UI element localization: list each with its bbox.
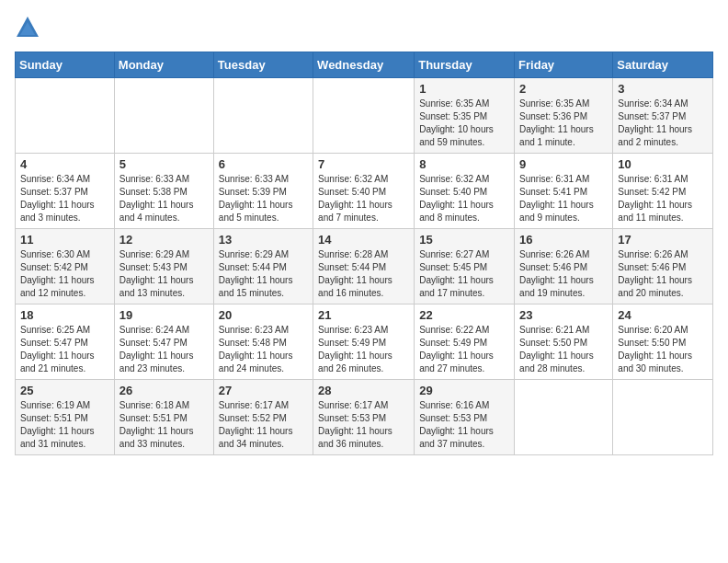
cell-info: Sunrise: 6:23 AMSunset: 5:49 PMDaylight:…: [318, 324, 409, 375]
day-number: 13: [219, 233, 308, 247]
calendar-cell: 16Sunrise: 6:26 AMSunset: 5:46 PMDayligh…: [515, 229, 613, 304]
cell-info: Sunrise: 6:33 AMSunset: 5:39 PMDaylight:…: [219, 173, 308, 224]
calendar-cell: 11Sunrise: 6:30 AMSunset: 5:42 PMDayligh…: [16, 229, 115, 304]
calendar-cell: 9Sunrise: 6:31 AMSunset: 5:41 PMDaylight…: [515, 154, 613, 229]
cell-info: Sunrise: 6:22 AMSunset: 5:49 PMDaylight:…: [419, 324, 509, 375]
cell-info: Sunrise: 6:35 AMSunset: 5:35 PMDaylight:…: [419, 98, 509, 149]
day-number: 10: [618, 157, 708, 171]
cell-info: Sunrise: 6:33 AMSunset: 5:38 PMDaylight:…: [119, 173, 209, 224]
calendar-cell: 7Sunrise: 6:32 AMSunset: 5:40 PMDaylight…: [313, 154, 415, 229]
calendar-cell: 13Sunrise: 6:29 AMSunset: 5:44 PMDayligh…: [213, 229, 313, 304]
cell-info: Sunrise: 6:24 AMSunset: 5:47 PMDaylight:…: [119, 324, 209, 375]
calendar-cell: 22Sunrise: 6:22 AMSunset: 5:49 PMDayligh…: [415, 304, 515, 380]
calendar-cell: [213, 78, 313, 154]
cell-info: Sunrise: 6:29 AMSunset: 5:44 PMDaylight:…: [219, 248, 308, 300]
calendar-table: SundayMondayTuesdayWednesdayThursdayFrid…: [15, 52, 713, 455]
column-header-thursday: Thursday: [415, 52, 515, 78]
page-header: [15, 15, 713, 40]
day-number: 4: [20, 157, 109, 171]
day-number: 1: [419, 82, 509, 96]
cell-info: Sunrise: 6:32 AMSunset: 5:40 PMDaylight:…: [318, 173, 409, 224]
calendar-cell: 24Sunrise: 6:20 AMSunset: 5:50 PMDayligh…: [613, 304, 713, 380]
cell-info: Sunrise: 6:35 AMSunset: 5:36 PMDaylight:…: [519, 98, 608, 149]
cell-info: Sunrise: 6:27 AMSunset: 5:45 PMDaylight:…: [419, 248, 509, 300]
logo: [15, 15, 44, 40]
column-header-friday: Friday: [515, 52, 613, 78]
cell-info: Sunrise: 6:30 AMSunset: 5:42 PMDaylight:…: [20, 248, 109, 300]
calendar-cell: [515, 380, 613, 455]
day-number: 26: [119, 384, 209, 397]
column-header-monday: Monday: [114, 52, 213, 78]
day-number: 21: [318, 308, 409, 322]
day-number: 20: [219, 308, 308, 322]
cell-info: Sunrise: 6:31 AMSunset: 5:42 PMDaylight:…: [618, 173, 708, 224]
calendar-cell: 25Sunrise: 6:19 AMSunset: 5:51 PMDayligh…: [16, 380, 115, 455]
cell-info: Sunrise: 6:17 AMSunset: 5:53 PMDaylight:…: [318, 399, 409, 451]
cell-info: Sunrise: 6:25 AMSunset: 5:47 PMDaylight:…: [20, 324, 109, 375]
day-number: 5: [119, 157, 209, 171]
calendar-cell: [313, 78, 415, 154]
day-number: 8: [419, 157, 509, 171]
day-number: 11: [20, 233, 109, 247]
column-header-saturday: Saturday: [613, 52, 713, 78]
calendar-cell: 27Sunrise: 6:17 AMSunset: 5:52 PMDayligh…: [213, 380, 313, 455]
cell-info: Sunrise: 6:23 AMSunset: 5:48 PMDaylight:…: [219, 324, 308, 375]
cell-info: Sunrise: 6:16 AMSunset: 5:53 PMDaylight:…: [419, 399, 509, 451]
calendar-cell: 20Sunrise: 6:23 AMSunset: 5:48 PMDayligh…: [213, 304, 313, 380]
day-number: 18: [20, 308, 109, 322]
cell-info: Sunrise: 6:28 AMSunset: 5:44 PMDaylight:…: [318, 248, 409, 300]
calendar-cell: 3Sunrise: 6:34 AMSunset: 5:37 PMDaylight…: [613, 78, 713, 154]
calendar-cell: 29Sunrise: 6:16 AMSunset: 5:53 PMDayligh…: [415, 380, 515, 455]
day-number: 25: [20, 384, 109, 397]
calendar-cell: 14Sunrise: 6:28 AMSunset: 5:44 PMDayligh…: [313, 229, 415, 304]
day-number: 28: [318, 384, 409, 397]
cell-info: Sunrise: 6:26 AMSunset: 5:46 PMDaylight:…: [519, 248, 608, 300]
calendar-cell: 18Sunrise: 6:25 AMSunset: 5:47 PMDayligh…: [16, 304, 115, 380]
cell-info: Sunrise: 6:17 AMSunset: 5:52 PMDaylight:…: [219, 399, 308, 451]
cell-info: Sunrise: 6:18 AMSunset: 5:51 PMDaylight:…: [119, 399, 209, 451]
calendar-cell: 8Sunrise: 6:32 AMSunset: 5:40 PMDaylight…: [415, 154, 515, 229]
calendar-cell: [114, 78, 213, 154]
cell-info: Sunrise: 6:19 AMSunset: 5:51 PMDaylight:…: [20, 399, 109, 451]
cell-info: Sunrise: 6:31 AMSunset: 5:41 PMDaylight:…: [519, 173, 608, 224]
calendar-cell: 5Sunrise: 6:33 AMSunset: 5:38 PMDaylight…: [114, 154, 213, 229]
calendar-cell: 4Sunrise: 6:34 AMSunset: 5:37 PMDaylight…: [16, 154, 115, 229]
cell-info: Sunrise: 6:20 AMSunset: 5:50 PMDaylight:…: [618, 324, 708, 375]
day-number: 27: [219, 384, 308, 397]
calendar-cell: 12Sunrise: 6:29 AMSunset: 5:43 PMDayligh…: [114, 229, 213, 304]
calendar-cell: [16, 78, 115, 154]
cell-info: Sunrise: 6:32 AMSunset: 5:40 PMDaylight:…: [419, 173, 509, 224]
day-number: 16: [519, 233, 608, 247]
day-number: 2: [519, 82, 608, 96]
day-number: 19: [119, 308, 209, 322]
calendar-cell: 10Sunrise: 6:31 AMSunset: 5:42 PMDayligh…: [613, 154, 713, 229]
cell-info: Sunrise: 6:29 AMSunset: 5:43 PMDaylight:…: [119, 248, 209, 300]
column-header-tuesday: Tuesday: [213, 52, 313, 78]
calendar-cell: 19Sunrise: 6:24 AMSunset: 5:47 PMDayligh…: [114, 304, 213, 380]
calendar-cell: 2Sunrise: 6:35 AMSunset: 5:36 PMDaylight…: [515, 78, 613, 154]
day-number: 15: [419, 233, 509, 247]
column-header-wednesday: Wednesday: [313, 52, 415, 78]
calendar-cell: 17Sunrise: 6:26 AMSunset: 5:46 PMDayligh…: [613, 229, 713, 304]
day-number: 3: [618, 82, 708, 96]
day-number: 24: [618, 308, 708, 322]
cell-info: Sunrise: 6:34 AMSunset: 5:37 PMDaylight:…: [20, 173, 109, 224]
calendar-cell: 1Sunrise: 6:35 AMSunset: 5:35 PMDaylight…: [415, 78, 515, 154]
calendar-cell: 28Sunrise: 6:17 AMSunset: 5:53 PMDayligh…: [313, 380, 415, 455]
day-number: 9: [519, 157, 608, 171]
day-number: 14: [318, 233, 409, 247]
day-number: 6: [219, 157, 308, 171]
cell-info: Sunrise: 6:26 AMSunset: 5:46 PMDaylight:…: [618, 248, 708, 300]
day-number: 29: [419, 384, 509, 397]
day-number: 7: [318, 157, 409, 171]
calendar-cell: 21Sunrise: 6:23 AMSunset: 5:49 PMDayligh…: [313, 304, 415, 380]
calendar-cell: 6Sunrise: 6:33 AMSunset: 5:39 PMDaylight…: [213, 154, 313, 229]
cell-info: Sunrise: 6:21 AMSunset: 5:50 PMDaylight:…: [519, 324, 608, 375]
day-number: 17: [618, 233, 708, 247]
logo-icon: [15, 15, 40, 40]
day-number: 23: [519, 308, 608, 322]
day-number: 22: [419, 308, 509, 322]
calendar-cell: 23Sunrise: 6:21 AMSunset: 5:50 PMDayligh…: [515, 304, 613, 380]
cell-info: Sunrise: 6:34 AMSunset: 5:37 PMDaylight:…: [618, 98, 708, 149]
calendar-cell: 26Sunrise: 6:18 AMSunset: 5:51 PMDayligh…: [114, 380, 213, 455]
